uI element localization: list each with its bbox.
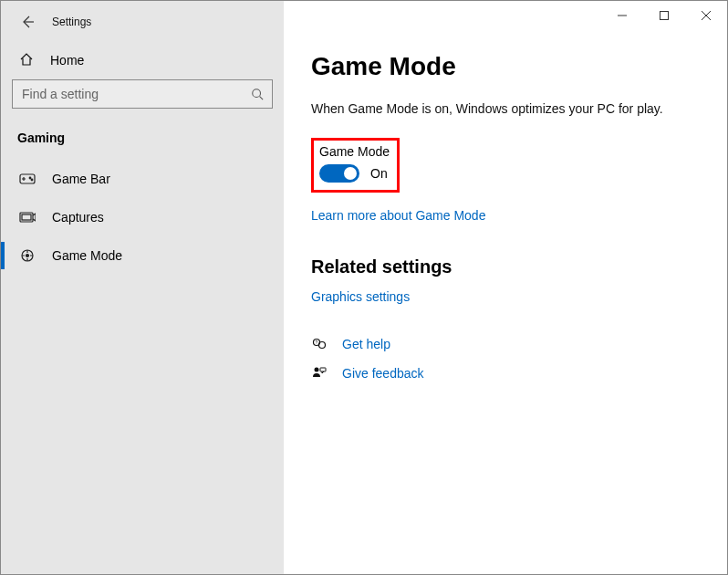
sidebar-item-game-mode[interactable]: Game Mode: [1, 236, 284, 275]
sidebar-home-label: Home: [50, 53, 84, 68]
search-icon: [243, 88, 272, 100]
svg-rect-8: [660, 12, 669, 20]
svg-point-0: [253, 89, 261, 98]
svg-point-2: [29, 177, 31, 179]
search-input[interactable]: [13, 87, 243, 101]
sidebar-home[interactable]: Home: [1, 43, 284, 79]
sidebar-item-label: Game Bar: [52, 172, 110, 186]
svg-text:?: ?: [316, 340, 318, 345]
svg-point-10: [319, 342, 326, 349]
get-help-row[interactable]: ? Get help: [311, 336, 705, 352]
related-settings-header: Related settings: [311, 256, 705, 277]
learn-more-link[interactable]: Learn more about Game Mode: [311, 208, 485, 223]
sidebar-item-captures[interactable]: Captures: [1, 198, 284, 236]
game-mode-toggle-block: Game Mode On: [311, 138, 400, 193]
toggle-row: On: [319, 164, 390, 183]
graphics-settings-link[interactable]: Graphics settings: [311, 289, 410, 304]
sidebar-item-label: Captures: [52, 210, 104, 225]
page-title: Game Mode: [311, 52, 705, 81]
game-mode-icon: [19, 247, 36, 264]
window-controls: [601, 1, 727, 30]
maximize-button[interactable]: [643, 1, 685, 30]
game-bar-icon: [19, 171, 36, 187]
toggle-label: Game Mode: [319, 144, 390, 159]
window-title: Settings: [52, 16, 91, 28]
give-feedback-row[interactable]: Give feedback: [311, 365, 705, 382]
game-mode-toggle[interactable]: [319, 164, 359, 183]
main-pane: Game Mode When Game Mode is on, Windows …: [284, 1, 727, 574]
close-button[interactable]: [685, 1, 727, 30]
get-help-link: Get help: [342, 337, 390, 351]
sidebar-item-game-bar[interactable]: Game Bar: [1, 160, 284, 198]
titlebar-left: Settings: [1, 10, 284, 43]
svg-rect-5: [22, 214, 31, 220]
give-feedback-link: Give feedback: [342, 366, 424, 381]
sidebar-item-label: Game Mode: [52, 248, 122, 263]
feedback-icon: [311, 365, 328, 382]
svg-point-12: [315, 368, 319, 372]
home-icon: [19, 52, 36, 68]
back-icon[interactable]: [19, 14, 36, 30]
help-section: ? Get help Give feedback: [311, 336, 705, 382]
search-box[interactable]: [12, 79, 273, 109]
minimize-button[interactable]: [601, 1, 643, 30]
get-help-icon: ?: [311, 336, 328, 352]
sidebar-category: Gaming: [1, 123, 284, 160]
captures-icon: [19, 209, 36, 225]
svg-point-7: [26, 255, 29, 257]
search-box-wrap: [1, 79, 284, 123]
page-description: When Game Mode is on, Windows optimizes …: [311, 101, 705, 116]
toggle-state-label: On: [370, 166, 388, 181]
svg-rect-13: [320, 368, 326, 371]
svg-point-3: [31, 179, 33, 181]
sidebar: Settings Home Gaming: [1, 1, 284, 574]
